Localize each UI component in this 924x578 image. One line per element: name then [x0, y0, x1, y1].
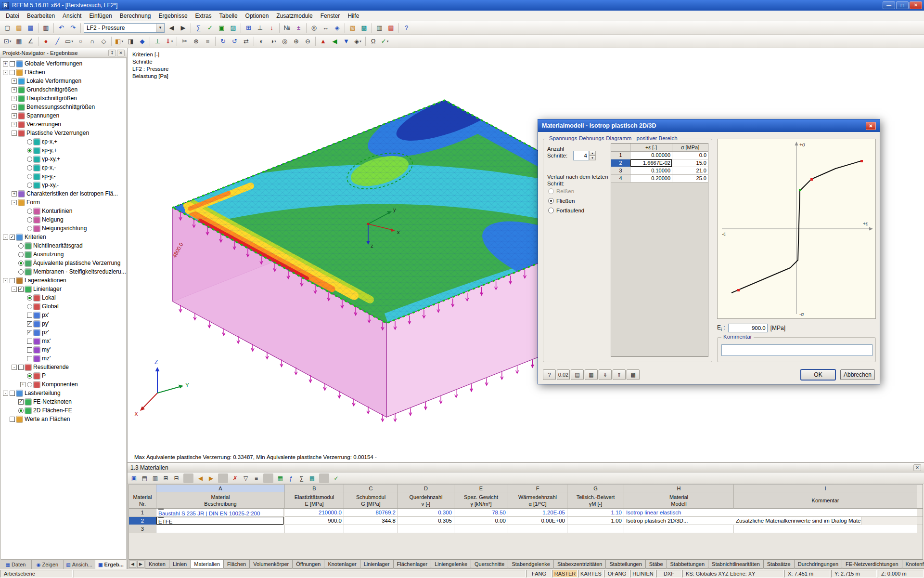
delete-row-icon[interactable]: ⊟ — [171, 473, 181, 483]
support-icon[interactable]: ⊥ — [152, 36, 163, 47]
spin-down-icon[interactable]: ▼ — [589, 156, 596, 160]
navigator-tab[interactable]: ◉ Zeigen — [32, 560, 64, 569]
strain-cell[interactable]: 0.00000 — [630, 152, 672, 159]
tree-item[interactable]: Neigung — [1, 215, 126, 224]
values-on-surfaces-icon[interactable]: ± — [293, 22, 304, 33]
table-tab[interactable]: Stäbe — [645, 560, 667, 569]
open-file-icon[interactable]: ▤ — [13, 22, 25, 33]
table-tab[interactable]: Volumenkörper — [249, 560, 293, 569]
circle-icon[interactable]: ○ — [75, 36, 86, 47]
table-view-icon[interactable]: ▣ — [129, 473, 139, 483]
table-cell[interactable]: Baustahl S 235 JR | DIN EN 10025-2:200 — [156, 509, 284, 517]
stress-strain-row[interactable]: 4 0.20000 25.0 — [611, 175, 708, 183]
expand-toggle-icon[interactable] — [12, 191, 17, 197]
expand-toggle-icon[interactable] — [12, 200, 17, 205]
sum-icon[interactable]: ∑ — [296, 473, 307, 483]
menu-item[interactable]: Hilfe — [344, 12, 363, 20]
row-view-icon[interactable]: ▤ — [140, 473, 150, 483]
item-control[interactable] — [27, 356, 32, 361]
tree-item[interactable]: py' — [1, 319, 126, 328]
item-control[interactable] — [10, 61, 15, 66]
close-icon[interactable]: ✕ — [913, 464, 921, 471]
menu-item[interactable]: Ergebnisse — [155, 12, 192, 20]
tree-item[interactable]: Globale Verformungen — [1, 59, 126, 68]
ei-value-input[interactable] — [728, 324, 768, 332]
column-letter[interactable]: C — [344, 485, 398, 492]
ok-button[interactable]: OK — [801, 369, 835, 380]
view-x-icon[interactable]: ▲ — [318, 36, 329, 47]
stress-cell[interactable]: 21.0 — [672, 167, 708, 175]
steps-input[interactable] — [573, 151, 589, 160]
table-tab[interactable]: Flächenlager — [393, 560, 432, 569]
tree-item[interactable]: εp-x,- — [1, 163, 126, 172]
open-material-button[interactable]: ▤ — [571, 369, 584, 380]
tree-item[interactable]: Kriterien — [1, 233, 126, 241]
opening-icon[interactable]: ◨ — [125, 36, 136, 47]
column-letter[interactable] — [129, 485, 156, 492]
table-tab[interactable]: Stabsätze — [763, 560, 795, 569]
table-tab[interactable]: Stabteilungen — [605, 560, 645, 569]
table-cell[interactable]: 0.00E+00 — [508, 517, 567, 525]
tree-item[interactable]: Charakteristiken der isotropen Flä... — [1, 189, 126, 198]
separator[interactable] — [306, 23, 307, 33]
tree-item[interactable]: Komponenten — [1, 380, 126, 389]
redo-icon[interactable]: ↷ — [67, 22, 78, 33]
show-results-icon[interactable]: ▣ — [216, 22, 227, 33]
ok-tool-icon[interactable]: ✓ — [379, 36, 390, 47]
polygon-icon[interactable]: ◇ — [98, 36, 109, 47]
line-icon[interactable]: ╱ — [52, 36, 63, 47]
expand-toggle-icon[interactable] — [3, 235, 8, 240]
expand-toggle-icon[interactable] — [12, 131, 17, 136]
item-control[interactable] — [27, 330, 32, 335]
table-tab[interactable]: FE-Netzverdichtungen — [842, 560, 902, 569]
default-strain-button[interactable]: 0.02 — [557, 369, 570, 380]
arc-icon[interactable]: ∩ — [87, 36, 98, 47]
numbering-icon[interactable]: № — [282, 22, 293, 33]
radio-option[interactable]: Fließen — [548, 196, 584, 206]
snap-toggle[interactable]: RASTER — [552, 570, 578, 578]
special-tools-icon[interactable]: Ω — [368, 36, 379, 47]
table-cell[interactable] — [624, 525, 734, 533]
supports-icon[interactable]: ⊥ — [255, 22, 266, 33]
strain-cell[interactable]: 0.20000 — [630, 175, 672, 183]
separator[interactable] — [372, 23, 372, 33]
tree-item[interactable]: Werte an Flächen — [1, 415, 126, 423]
tree-item[interactable]: px' — [1, 311, 126, 319]
tree-item[interactable]: Form — [1, 198, 126, 207]
separator[interactable] — [183, 473, 193, 483]
snap-toggle[interactable]: DXF — [656, 570, 681, 578]
pan-icon[interactable]: ↔ — [320, 22, 331, 33]
tree-item[interactable]: Resultierende — [1, 363, 126, 371]
table-tab[interactable]: Stabexzentrizitäten — [553, 560, 606, 569]
tree-item[interactable]: Lagerreaktionen — [1, 276, 126, 285]
table-cell[interactable] — [917, 517, 923, 525]
table-cell[interactable]: 1.10 — [567, 509, 624, 517]
previous-table-icon[interactable]: ◀ — [195, 473, 205, 483]
tab-scroll-icon[interactable]: ◀ — [129, 561, 136, 568]
load-icon[interactable]: ⇓ — [164, 36, 175, 47]
separator[interactable] — [241, 23, 241, 33]
menu-item[interactable]: Extras — [192, 12, 216, 20]
pin-icon[interactable]: ↧ — [108, 50, 116, 56]
tree-item[interactable]: Lokale Verformungen — [1, 77, 126, 85]
item-control[interactable] — [18, 252, 24, 257]
excel-export-icon[interactable]: ▦ — [275, 473, 285, 483]
surface-icon[interactable]: ◧ — [114, 36, 125, 47]
tree-item[interactable]: P — [1, 371, 126, 380]
radio-icon[interactable] — [548, 198, 554, 204]
table-tab[interactable]: Flächen — [223, 560, 250, 569]
table-cell[interactable] — [508, 525, 567, 533]
angle-icon[interactable]: ∠ — [25, 36, 36, 47]
tab-scroll-icon[interactable]: ▶ — [137, 561, 144, 568]
snap-toggle[interactable]: FANG — [526, 570, 552, 578]
isometric-view-icon[interactable]: ◈ — [332, 22, 343, 33]
tree-item[interactable]: Bemessungsschnittgrößen — [1, 103, 126, 111]
expand-toggle-icon[interactable] — [3, 278, 8, 283]
new-file-icon[interactable]: ▢ — [2, 22, 13, 33]
table-cell[interactable]: 0.00 — [454, 517, 508, 525]
table-cell[interactable]: 900.0 — [285, 517, 344, 525]
item-control[interactable] — [18, 243, 24, 249]
tree-item[interactable]: mz' — [1, 354, 126, 363]
table-tab[interactable]: Stabnichtlinearitäten — [708, 560, 764, 569]
table-tab[interactable]: Liniengelenke — [431, 560, 471, 569]
